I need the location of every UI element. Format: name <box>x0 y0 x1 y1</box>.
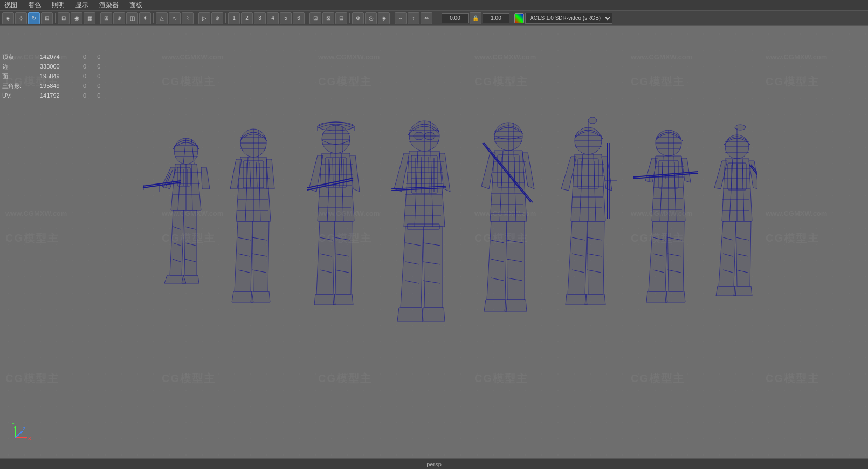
svg-marker-16 <box>201 167 210 189</box>
watermark-cg-row3-1: CG模型主 <box>5 371 59 386</box>
poly-btn[interactable]: △ <box>156 12 168 24</box>
menu-item-shading[interactable]: 着色 <box>26 1 43 10</box>
watermark-cgmxw-website-3: www.CGMXW.com <box>318 53 380 61</box>
svg-marker-229 <box>667 221 684 291</box>
grid-btn[interactable]: ⊞ <box>100 12 112 24</box>
watermark-website-row2-1: www.CGMXW.com <box>5 209 67 217</box>
nurbs-btn[interactable]: ∿ <box>169 12 181 24</box>
vis1-btn[interactable]: 1 <box>228 12 240 24</box>
stat-label-triangles: 三角形: <box>2 81 29 91</box>
sep5 <box>225 13 226 23</box>
menu-item-renderer[interactable]: 渲染器 <box>97 1 121 10</box>
color-profile-icon <box>514 13 524 23</box>
svg-marker-90 <box>316 221 335 294</box>
svg-marker-270 <box>25 437 27 439</box>
stat-label-edges: 边: <box>2 62 29 71</box>
rig-btn[interactable]: ⊛ <box>211 12 223 24</box>
watermark-cg-row3-6: CG模型主 <box>766 371 819 386</box>
stat-value-edges: 333000 <box>40 62 72 71</box>
svg-marker-261 <box>719 221 736 286</box>
vis2-btn[interactable]: 2 <box>241 12 253 24</box>
color-profile-select[interactable]: ACES 1.0 SDR-video (sRGB) <box>525 13 612 24</box>
wireframe-btn[interactable]: ⊟ <box>58 12 70 24</box>
render1-btn[interactable]: ⊕ <box>352 12 364 24</box>
vis6-btn[interactable]: 6 <box>293 12 305 24</box>
stat-zero-uv2: 0 <box>97 91 100 100</box>
stat-zero-e1: 0 <box>83 62 86 71</box>
watermark-website-row2-6: www.CGMXW.com <box>766 209 827 217</box>
watermark-cg-3: CG模型主 <box>318 74 372 89</box>
viewport[interactable]: www.CGMXW.com www.CGMXW.com www.CGMXW.co… <box>0 26 868 458</box>
rotate-tool-btn[interactable]: ↻ <box>28 12 40 24</box>
watermark-cgmxw-website-4: www.CGMXW.com <box>474 53 536 61</box>
watermark-cg-2: CG模型主 <box>162 74 216 89</box>
camera-btn[interactable]: ◫ <box>126 12 138 24</box>
svg-marker-128 <box>423 227 443 308</box>
menu-item-lighting[interactable]: 照明 <box>50 1 67 10</box>
axis-indicator: X Y Z <box>11 420 32 442</box>
svg-marker-228 <box>649 221 667 291</box>
stat-value-vertices: 142074 <box>40 52 72 62</box>
watermark-cgmxw-website-2: www.CGMXW.com <box>162 53 223 61</box>
sep1 <box>55 13 56 23</box>
render3-btn[interactable]: ◈ <box>378 12 390 24</box>
sep2 <box>98 13 98 23</box>
vis4-btn[interactable]: 4 <box>267 12 279 24</box>
menu-item-view[interactable]: 视图 <box>2 1 19 10</box>
watermark-cg-row2-1: CG模型主 <box>5 231 59 246</box>
stat-value-faces: 195849 <box>40 71 72 81</box>
stat-zero-v1: 0 <box>83 52 86 62</box>
watermark-cg-4: CG模型主 <box>474 74 528 89</box>
stat-zero-t2: 0 <box>97 81 100 91</box>
svg-marker-195 <box>568 221 587 294</box>
anim-btn[interactable]: ▷ <box>198 12 210 24</box>
texture-btn[interactable]: ▦ <box>84 12 95 24</box>
svg-marker-21 <box>170 210 184 275</box>
svg-marker-91 <box>335 221 352 294</box>
menu-item-display[interactable]: 显示 <box>73 1 91 10</box>
xform1-btn[interactable]: ↔ <box>395 12 407 24</box>
select-tool-btn[interactable]: ◈ <box>2 12 14 24</box>
vis3-btn[interactable]: 3 <box>254 12 266 24</box>
menu-item-panels[interactable]: 面板 <box>127 1 144 10</box>
misc3-btn[interactable]: ⊟ <box>335 12 347 24</box>
menu-bar: 视图 着色 照明 显示 渲染器 面板 <box>0 0 868 11</box>
watermark-cg-row2-6: CG模型主 <box>766 231 819 246</box>
misc1-btn[interactable]: ⊡ <box>309 12 321 24</box>
value-lock-btn[interactable]: 🔒 <box>470 12 481 24</box>
svg-point-176 <box>588 117 597 124</box>
deform-btn[interactable]: ⌇ <box>182 12 194 24</box>
stat-zero-uv1: 0 <box>83 91 86 100</box>
stat-zero-t1: 0 <box>83 81 86 91</box>
light-btn[interactable]: ☀ <box>139 12 151 24</box>
viewport-label: persp <box>426 461 442 467</box>
svg-marker-55 <box>235 221 252 291</box>
snap-btn[interactable]: ⊕ <box>113 12 125 24</box>
stats-panel: 顶点: 142074 0 0 边: 333000 0 0 面: 195849 0… <box>2 52 100 100</box>
vis5-btn[interactable]: 5 <box>280 12 292 24</box>
stat-zero-v2: 0 <box>97 52 100 62</box>
move-tool-btn[interactable]: ⊹ <box>15 12 27 24</box>
stat-label-vertices: 顶点: <box>2 52 29 62</box>
misc2-btn[interactable]: ⊠ <box>322 12 334 24</box>
scale-tool-btn[interactable]: ⊞ <box>41 12 53 24</box>
watermark-cg-5: CG模型主 <box>631 74 685 89</box>
svg-text:X: X <box>28 436 31 441</box>
xform3-btn[interactable]: ⇔ <box>421 12 432 24</box>
xform2-btn[interactable]: ↕ <box>408 12 419 24</box>
svg-marker-127 <box>401 227 423 308</box>
sep8 <box>392 13 392 23</box>
value1-input[interactable] <box>442 13 469 23</box>
status-bar: persp <box>0 458 868 469</box>
render2-btn[interactable]: ◎ <box>365 12 377 24</box>
value2-input[interactable] <box>483 13 509 23</box>
smooth-btn[interactable]: ◉ <box>71 12 82 24</box>
stat-value-triangles: 195849 <box>40 81 72 91</box>
stat-label-faces: 面: <box>2 71 29 81</box>
stat-zero-e2: 0 <box>97 62 100 71</box>
svg-point-105 <box>424 132 435 140</box>
sep6 <box>307 13 307 23</box>
stat-zero-f1: 0 <box>83 71 86 81</box>
sep7 <box>349 13 350 23</box>
svg-text:Z: Z <box>23 426 25 431</box>
